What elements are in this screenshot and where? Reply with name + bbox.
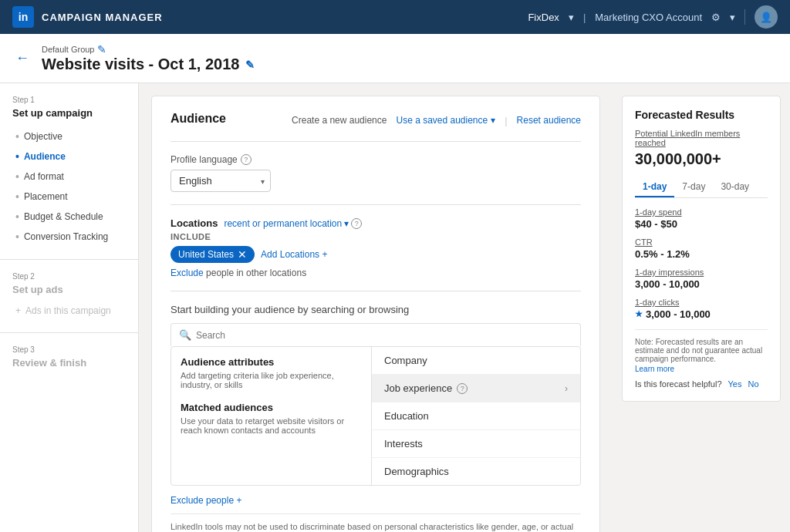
menu-job-experience-label: Job experience [384, 382, 452, 394]
clicks-value: ★ 3,000 - 10,000 [635, 308, 768, 320]
ctr-value: 0.5% - 1.2% [635, 248, 768, 260]
tab-7day[interactable]: 7-day [674, 177, 713, 197]
forecast-metric-clicks: 1-day clicks ★ 3,000 - 10,000 [635, 298, 768, 320]
exclude-link-text[interactable]: Exclude [170, 268, 204, 278]
spend-value: $40 - $50 [635, 218, 768, 230]
tab-1day[interactable]: 1-day [635, 177, 674, 197]
topnav-right: FixDex ▾ | Marketing CXO Account ⚙ ▾ 👤 [528, 5, 778, 29]
profile-language-label: Profile language ? [170, 154, 581, 165]
audience-actions: Create a new audience Use a saved audien… [292, 115, 581, 126]
locations-type-dropdown[interactable]: recent or permanent location ▾ ? [224, 218, 362, 229]
step2-label: Step 2 [0, 272, 138, 284]
menu-item-interests[interactable]: Interests [372, 430, 580, 458]
search-icon: 🔍 [179, 329, 191, 341]
menu-item-job-experience[interactable]: Job experience ? › [372, 375, 580, 402]
account-dropdown-arrow[interactable]: ▾ [569, 12, 574, 23]
top-navigation: in CAMPAIGN MANAGER FixDex ▾ | Marketing… [0, 0, 790, 34]
menu-item-demographics[interactable]: Demographics [372, 458, 580, 485]
step1-label: Step 1 [0, 96, 138, 107]
audience-card: Audience Create a new audience Use a sav… [151, 96, 600, 532]
sidebar-item-objective[interactable]: Objective [0, 126, 138, 146]
helpful-yes-button[interactable]: Yes [728, 379, 742, 389]
linkedin-logo: in [12, 6, 34, 28]
spend-label: 1-day spend [635, 207, 768, 217]
job-experience-chevron-icon: › [565, 383, 568, 394]
title-edit-icon[interactable]: ✎ [245, 59, 255, 71]
disclaimer: LinkedIn tools may not be used to discri… [170, 513, 581, 532]
menu-item-company[interactable]: Company [372, 347, 580, 375]
ctr-label: CTR [635, 237, 768, 247]
helpful-no-button[interactable]: No [748, 379, 758, 389]
divider2 [170, 204, 581, 205]
title-group: Default Group ✎ Website visits - Oct 1, … [42, 43, 255, 73]
content-area: Audience Create a new audience Use a sav… [139, 83, 613, 532]
forecast-metric-ctr: CTR 0.5% - 1.2% [635, 237, 768, 260]
step3-section: Step 3 Review & finish [0, 332, 138, 375]
reset-audience-button[interactable]: Reset audience [517, 115, 581, 126]
sidebar-item-conversion[interactable]: Conversion Tracking [0, 227, 138, 247]
impressions-label: 1-day impressions [635, 268, 768, 277]
step2-title: Set up ads [0, 284, 138, 301]
search-input[interactable] [196, 330, 572, 341]
helpful-row: Is this forecast helpful? Yes No [635, 379, 768, 389]
breadcrumb: Default Group ✎ [42, 43, 255, 56]
menu-education-label: Education [384, 410, 429, 422]
search-container: 🔍 [170, 323, 581, 346]
app-title: CAMPAIGN MANAGER [42, 12, 528, 23]
step3-label: Step 3 [0, 345, 138, 357]
step2-section: Step 2 Set up ads Ads in this campaign [0, 259, 138, 320]
sidebar-item-budget[interactable]: Budget & Schedule [0, 207, 138, 227]
step3-title: Review & finish [0, 357, 138, 375]
sidebar-item-ads: Ads in this campaign [0, 301, 138, 320]
potential-label: Potential LinkedIn members reached [635, 129, 768, 147]
audience-split: Audience attributes Add targeting criter… [170, 346, 581, 486]
star-icon: ★ [635, 309, 643, 319]
sidebar-item-placement[interactable]: Placement [0, 187, 138, 207]
account-gear-icon[interactable]: ⚙ [711, 12, 721, 23]
location-help-icon[interactable]: ? [351, 218, 362, 229]
locations-title: Locations [170, 217, 218, 229]
page-header: ← Default Group ✎ Website visits - Oct 1… [0, 34, 790, 83]
day-tabs: 1-day 7-day 30-day [635, 177, 768, 198]
divider1 [170, 141, 581, 142]
menu-company-label: Company [384, 355, 427, 366]
sidebar-item-audience[interactable]: Audience [0, 146, 138, 167]
forecast-card: Forecasted Results Potential LinkedIn me… [622, 96, 781, 402]
page-title: Website visits - Oct 1, 2018 ✎ [42, 56, 255, 73]
nav-divider [744, 9, 745, 25]
forecast-metric-impressions: 1-day impressions 3,000 - 10,000 [635, 268, 768, 290]
dropdown-arrow-icon: ▾ [491, 115, 495, 126]
account-short-name[interactable]: FixDex [528, 12, 559, 23]
location-tag-us[interactable]: United States ✕ [170, 246, 255, 263]
sidebar-item-adformat[interactable]: Ad format [0, 167, 138, 187]
menu-demographics-label: Demographics [384, 466, 449, 477]
profile-language-help-icon[interactable]: ? [241, 154, 252, 165]
audience-header: Audience Create a new audience Use a sav… [170, 112, 581, 129]
exclude-location-link: Exclude people in other locations [170, 268, 581, 278]
audience-left-panel: Audience attributes Add targeting criter… [171, 347, 372, 485]
builder-label: Start building your audience by searchin… [170, 304, 581, 315]
add-location-button[interactable]: Add Locations + [261, 249, 327, 260]
location-type-arrow-icon: ▾ [344, 218, 349, 229]
avatar[interactable]: 👤 [755, 5, 778, 29]
matched-audiences-desc: Use your data to retarget website visito… [181, 416, 362, 435]
menu-item-education[interactable]: Education [372, 402, 580, 430]
main-layout: Step 1 Set up campaign Objective Audienc… [0, 83, 790, 532]
forecast-learn-more-link[interactable]: Learn more [635, 365, 768, 373]
sidebar: Step 1 Set up campaign Objective Audienc… [0, 83, 139, 532]
right-panel: Forecasted Results Potential LinkedIn me… [613, 83, 790, 532]
use-saved-audience-button[interactable]: Use a saved audience ▾ [396, 115, 495, 126]
marketing-account-name[interactable]: Marketing CXO Account [595, 12, 702, 23]
back-button[interactable]: ← [15, 50, 29, 66]
breadcrumb-edit-icon[interactable]: ✎ [97, 43, 106, 56]
job-experience-help-icon[interactable]: ? [457, 383, 468, 394]
remove-location-icon[interactable]: ✕ [238, 249, 247, 260]
potential-value: 30,000,000+ [635, 150, 768, 168]
matched-audiences-title: Matched audiences [181, 402, 362, 413]
tab-30day[interactable]: 30-day [713, 177, 757, 197]
audience-attributes-title: Audience attributes [181, 356, 362, 368]
exclude-people-button[interactable]: Exclude people + [170, 495, 581, 506]
include-label: INCLUDE [170, 232, 581, 241]
forecast-title: Forecasted Results [635, 109, 768, 121]
profile-language-select[interactable]: English French Spanish [170, 170, 271, 192]
